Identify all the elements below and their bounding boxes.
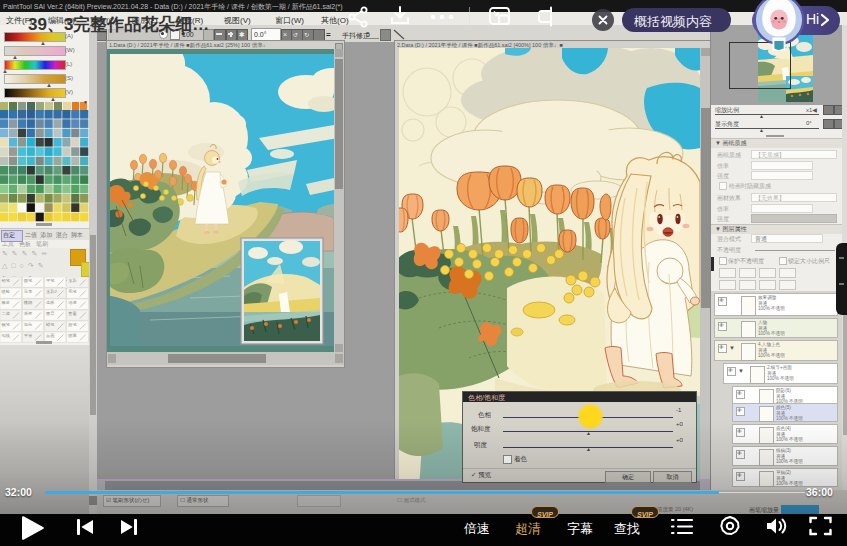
svg-text:油漆: 油漆 xyxy=(68,300,76,305)
svg-text:点画: 点画 xyxy=(46,333,55,338)
svg-text:模糊: 模糊 xyxy=(23,300,32,305)
svg-text:喷枪: 喷枪 xyxy=(2,289,10,294)
svg-text:铅笔: 铅笔 xyxy=(2,278,11,283)
svg-text:二值: 二值 xyxy=(2,311,11,316)
svg-text:平笔: 平笔 xyxy=(46,278,55,283)
svg-text:橡皮: 橡皮 xyxy=(2,300,10,305)
svg-text:马克: 马克 xyxy=(24,289,33,294)
svg-text:蜡笔: 蜡笔 xyxy=(46,322,55,327)
svg-text:毛笔: 毛笔 xyxy=(68,289,77,294)
svg-text:套索: 套索 xyxy=(68,311,76,316)
svg-text:圆笔: 圆笔 xyxy=(24,278,33,283)
svg-text:喷溅: 喷溅 xyxy=(68,333,76,338)
svg-text:渐变: 渐变 xyxy=(23,311,33,316)
svg-text:平涂: 平涂 xyxy=(24,333,33,338)
svg-text:选择: 选择 xyxy=(45,300,54,305)
svg-text:水彩2: 水彩2 xyxy=(46,289,57,294)
svg-text:勾线: 勾线 xyxy=(2,333,11,338)
svg-text:图章: 图章 xyxy=(46,311,55,316)
svg-text:水彩: 水彩 xyxy=(68,278,77,283)
svg-text:钢笔: 钢笔 xyxy=(1,322,11,327)
svg-text:混色: 混色 xyxy=(24,322,33,327)
